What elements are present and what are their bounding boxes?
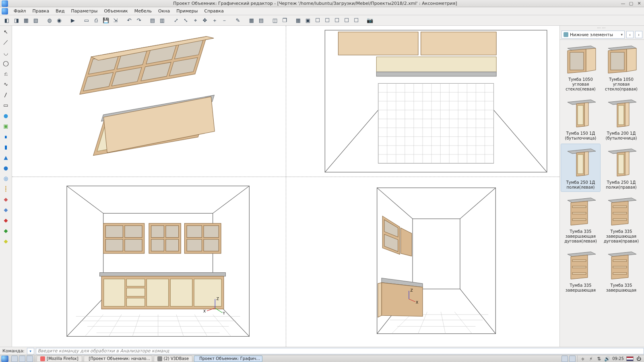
toggle-e-button[interactable]: ☐ bbox=[352, 16, 361, 25]
fit-window-button[interactable]: ⤡ bbox=[181, 16, 190, 25]
taskbar-task[interactable]: (2) V3DBase bbox=[154, 356, 193, 362]
show-desktop-button[interactable] bbox=[561, 356, 568, 362]
new-scene-button[interactable]: ◧ bbox=[2, 16, 11, 25]
menu-окна[interactable]: Окна bbox=[155, 8, 173, 14]
catalog-item[interactable]: Тумба 200 1Д (бутылочница) bbox=[601, 95, 641, 143]
catalog-item[interactable]: Тумба 335 завершающая дуговая(правая) bbox=[601, 193, 641, 246]
toggle-snap-button[interactable]: ▣ bbox=[303, 16, 312, 25]
toggle-d-button[interactable]: ☐ bbox=[342, 16, 351, 25]
power-icon[interactable]: ⚡ bbox=[588, 356, 594, 362]
command-input[interactable]: Введите команду для обработки в Анализат… bbox=[36, 348, 644, 354]
volume-icon[interactable]: 🔊 bbox=[604, 356, 610, 362]
taskbar-task[interactable]: [Проект Объемник: начало… bbox=[84, 356, 152, 362]
catalog-item[interactable]: Тумба 1050 угловая стекло(левая) bbox=[561, 41, 601, 94]
save-page-button[interactable]: 💾 bbox=[101, 16, 110, 25]
viewport-side[interactable]: Z X bbox=[286, 177, 559, 347]
cube-view-button[interactable]: ◫ bbox=[270, 16, 279, 25]
catalog-item[interactable]: Тумба 335 завершающая дуговая(левая) bbox=[561, 193, 601, 246]
print-page-button[interactable]: ⎙ bbox=[92, 16, 101, 25]
catalog-category-select[interactable]: Нижние элементы ▾ bbox=[561, 31, 625, 39]
schedule-button[interactable]: ▦ bbox=[247, 16, 256, 25]
minimize-button[interactable]: — bbox=[621, 1, 625, 6]
launcher-2[interactable] bbox=[19, 356, 25, 362]
tool-torus[interactable]: ◎ bbox=[2, 174, 10, 183]
catalog-prev-button[interactable]: ‹ bbox=[626, 31, 634, 38]
toggle-a-button[interactable]: ☐ bbox=[313, 16, 322, 25]
network-icon[interactable]: ⇅ bbox=[596, 356, 602, 362]
zoom-out-button[interactable]: － bbox=[220, 16, 229, 25]
taskbar-task[interactable]: Проект Объемник: Графич… bbox=[194, 356, 262, 362]
tool-box[interactable]: ▣ bbox=[2, 121, 10, 130]
tool-circle[interactable]: ◯ bbox=[2, 59, 10, 68]
zoom-region-button[interactable]: ⌖ bbox=[191, 16, 200, 25]
tool-ruler[interactable]: ┋ bbox=[2, 184, 10, 193]
undo-button[interactable]: ↶ bbox=[125, 16, 134, 25]
panel-grip[interactable]: ⋯⋯ bbox=[560, 26, 644, 30]
spreadsheet-button[interactable]: ▤ bbox=[257, 16, 266, 25]
tool-sphere[interactable]: ● bbox=[2, 111, 10, 120]
camera-button[interactable]: 📷 bbox=[365, 16, 374, 25]
bluetooth-icon[interactable]: ⟡ bbox=[580, 356, 586, 362]
clock[interactable]: 09:25 bbox=[612, 356, 624, 361]
start-button[interactable] bbox=[1, 356, 8, 362]
doc-page-button[interactable]: ▭ bbox=[82, 16, 91, 25]
tool-cylinder[interactable]: ∎ bbox=[2, 132, 10, 141]
tool-arc[interactable]: ◡ bbox=[2, 48, 10, 57]
tool-prim3[interactable]: ◆ bbox=[2, 216, 10, 224]
export-page-button[interactable]: ⇲ bbox=[111, 16, 120, 25]
catalog-item[interactable]: Тумба 335 завершающая bbox=[561, 247, 601, 295]
tool-polyline[interactable]: 〳 bbox=[2, 90, 10, 99]
menu-параметры[interactable]: Параметры bbox=[68, 8, 101, 14]
session-icon[interactable]: ⏻ bbox=[636, 356, 642, 362]
tool-prim1[interactable]: ◆ bbox=[2, 195, 10, 204]
tool-prim5[interactable]: ◆ bbox=[2, 237, 10, 245]
fit-extents-button[interactable]: ⤢ bbox=[171, 16, 180, 25]
catalog-item[interactable]: Тумба 250 1Д полки(левая) bbox=[561, 144, 601, 192]
tool-rectangle[interactable]: ▭ bbox=[2, 101, 10, 109]
viewport-area[interactable]: Z Y X bbox=[12, 26, 559, 347]
window-list-button[interactable]: ❐ bbox=[280, 16, 289, 25]
tool-curve[interactable]: ⎌ bbox=[2, 69, 10, 78]
move-view-button[interactable]: ✥ bbox=[200, 16, 209, 25]
menu-справка[interactable]: Справка bbox=[201, 8, 227, 14]
tool-box2[interactable]: ▮ bbox=[2, 142, 10, 151]
menu-примеры[interactable]: Примеры bbox=[173, 8, 201, 14]
catalog-item[interactable]: Тумба 1050 угловая стекло(правая) bbox=[601, 41, 641, 94]
tool-line[interactable]: ／ bbox=[2, 38, 10, 47]
measure-button[interactable]: ✎ bbox=[233, 16, 242, 25]
render-sphere-button[interactable]: ◍ bbox=[45, 16, 54, 25]
tool-sphere2[interactable]: ● bbox=[2, 163, 10, 172]
play-button[interactable]: ▶ bbox=[68, 16, 77, 25]
toggle-grid-button[interactable]: ▦ bbox=[294, 16, 303, 25]
menu-правка[interactable]: Правка bbox=[29, 8, 52, 14]
tool-prim4[interactable]: ◆ bbox=[2, 226, 10, 235]
catalog-item[interactable]: Тумба 250 1Д полки(правая) bbox=[601, 144, 641, 192]
workspace-switcher[interactable] bbox=[569, 356, 576, 362]
launcher-files[interactable] bbox=[11, 356, 18, 362]
catalog-item[interactable]: Тумба 150 1Д (бутылочница) bbox=[561, 95, 601, 143]
maximize-button[interactable]: ▢ bbox=[629, 1, 634, 6]
app-menu-icon[interactable] bbox=[2, 8, 8, 14]
panel-multi-button[interactable]: ▥ bbox=[158, 16, 167, 25]
zoom-in-button[interactable]: ＋ bbox=[210, 16, 219, 25]
launcher-3[interactable] bbox=[27, 356, 33, 362]
catalog-next-button[interactable]: › bbox=[635, 31, 642, 38]
toggle-c-button[interactable]: ☐ bbox=[332, 16, 341, 25]
viewport-perspective[interactable] bbox=[12, 26, 286, 177]
close-button[interactable]: ✕ bbox=[637, 1, 642, 6]
tool-arrow[interactable]: ↖ bbox=[2, 27, 10, 36]
viewport-front[interactable]: Z Y X bbox=[12, 177, 286, 347]
menu-вид[interactable]: Вид bbox=[52, 8, 68, 14]
taskbar-task[interactable]: [Mozilla Firefox] bbox=[37, 356, 82, 362]
viewport-top[interactable] bbox=[286, 26, 559, 177]
new-palette-button[interactable]: ▧ bbox=[31, 16, 40, 25]
tool-spline[interactable]: ∿ bbox=[2, 80, 10, 88]
toggle-b-button[interactable]: ☐ bbox=[323, 16, 332, 25]
menu-файл[interactable]: Файл bbox=[10, 8, 29, 14]
catalog-item[interactable]: Тумба 335 завершающая bbox=[601, 247, 641, 295]
redo-button[interactable]: ↷ bbox=[134, 16, 143, 25]
new-page-button[interactable]: ▦ bbox=[22, 16, 31, 25]
keyboard-layout-icon[interactable] bbox=[626, 356, 634, 361]
menu-мебель[interactable]: Мебель bbox=[131, 8, 155, 14]
tool-prim2[interactable]: ◆ bbox=[2, 205, 10, 214]
